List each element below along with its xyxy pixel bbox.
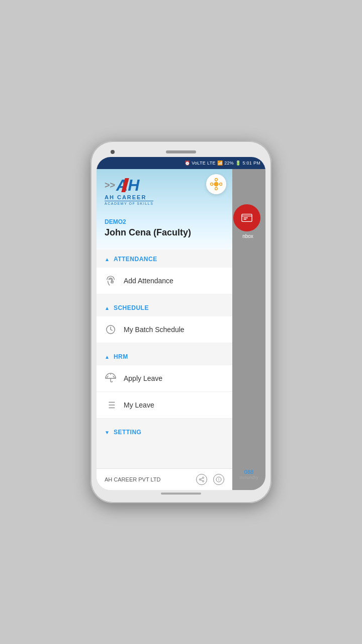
sidebar-item-my-leave[interactable]: My Leave (97, 392, 232, 419)
phone-camera (111, 150, 115, 154)
battery-text: 22% (224, 160, 234, 166)
svg-point-18 (200, 479, 201, 480)
svg-point-17 (203, 477, 204, 478)
user-branch: DEMO2 (105, 218, 224, 225)
setting-section: ▼ SETTING (97, 423, 232, 441)
screen-content: >> AH AH CAREER ACADEMY OF SKILLS (97, 169, 265, 490)
main-content-overlay[interactable]: nbox 088 mmundry (232, 169, 265, 490)
sidebar-spacer (97, 441, 232, 468)
my-batch-schedule-label: My Batch Schedule (124, 326, 185, 334)
status-bar: ⏰ VoLTE LTE 📶 22% 🔋 5:01 PM (97, 157, 265, 169)
phone-bottom-bar (97, 490, 265, 497)
umbrella-icon (105, 372, 117, 384)
sidebar-item-apply-leave[interactable]: Apply Leave (97, 365, 232, 392)
fingerprint-icon (105, 275, 117, 287)
apply-leave-label: Apply Leave (124, 374, 162, 382)
schedule-section: ▲ SCHEDULE (97, 298, 232, 316)
add-attendance-label: Add Attendance (124, 277, 173, 285)
svg-point-1 (215, 179, 218, 181)
logo-box: >> AH AH CAREER ACADEMY OF SKILLS (105, 177, 155, 212)
svg-point-0 (214, 182, 218, 186)
hrm-divider (97, 343, 232, 347)
inbox-fab-button[interactable] (233, 204, 260, 231)
setting-divider (97, 419, 232, 423)
inbox-fab-container[interactable]: nbox (233, 204, 262, 239)
user-name: John Cena (Faculty) (105, 227, 224, 238)
company-name: AH CAREER PVT LTD (105, 476, 160, 482)
sidebar-item-my-batch-schedule[interactable]: My Batch Schedule (97, 316, 232, 343)
contact-sub: mmundry (239, 475, 258, 480)
contact-number: 088 (239, 469, 258, 475)
logo-career-text: AH CAREER (105, 194, 146, 200)
contact-area: 088 mmundry (239, 368, 258, 480)
svg-line-21 (201, 478, 202, 479)
logo-ah-wrapper: AH (116, 177, 139, 193)
hrm-section-header[interactable]: ▲ HRM (97, 347, 232, 365)
sidebar-drawer: >> AH AH CAREER ACADEMY OF SKILLS (97, 169, 232, 490)
share-icon[interactable] (196, 474, 207, 485)
schedule-chevron-icon: ▲ (105, 305, 110, 311)
svg-line-20 (201, 480, 202, 481)
lte-label: LTE (207, 160, 216, 166)
schedule-section-header[interactable]: ▲ SCHEDULE (97, 298, 232, 316)
volte-label: VoLTE (192, 160, 206, 166)
hrm-section-title: HRM (114, 353, 128, 360)
network-icon (210, 178, 223, 191)
sidebar-footer: AH CAREER PVT LTD (97, 468, 232, 490)
hrm-section: ▲ HRM (97, 347, 232, 365)
svg-point-19 (203, 480, 204, 482)
network-icon-container (206, 174, 226, 194)
setting-section-title: SETTING (114, 429, 142, 436)
phone-top-bar (97, 147, 265, 157)
list-icon (105, 399, 117, 411)
alarm-icon: ⏰ (185, 160, 190, 166)
sidebar-item-add-attendance[interactable]: Add Attendance (97, 268, 232, 294)
info-icon[interactable] (213, 474, 224, 485)
phone-speaker (166, 150, 196, 153)
battery-icon: 🔋 (235, 160, 241, 166)
schedule-divider (97, 294, 232, 298)
setting-section-header[interactable]: ▼ SETTING (97, 423, 232, 441)
setting-chevron-icon: ▼ (105, 430, 110, 435)
attendance-chevron-icon: ▲ (105, 257, 110, 262)
sidebar-header: >> AH AH CAREER ACADEMY OF SKILLS (97, 169, 232, 250)
phone-screen: ⏰ VoLTE LTE 📶 22% 🔋 5:01 PM >> (97, 157, 265, 490)
logo-academy-text: ACADEMY OF SKILLS (105, 201, 153, 205)
status-icons: ⏰ VoLTE LTE 📶 22% 🔋 5:01 PM (185, 160, 260, 166)
clock-icon (105, 324, 117, 336)
logo-arrow: >> (105, 181, 115, 190)
attendance-section-title: ATTENDANCE (114, 256, 157, 263)
logo-ah: >> AH (105, 177, 139, 193)
svg-point-2 (211, 183, 213, 186)
time-display: 5:01 PM (242, 160, 260, 166)
my-leave-label: My Leave (124, 401, 154, 409)
signal-icon: 📶 (217, 160, 223, 166)
home-indicator (161, 493, 201, 495)
footer-icons (196, 474, 224, 485)
schedule-section-title: SCHEDULE (114, 304, 149, 311)
inbox-label: nbox (242, 233, 253, 239)
phone-frame: ⏰ VoLTE LTE 📶 22% 🔋 5:01 PM >> (90, 141, 272, 503)
inbox-fab-icon (241, 213, 252, 222)
attendance-section: ▲ ATTENDANCE (97, 250, 232, 268)
svg-point-4 (215, 188, 218, 190)
attendance-section-header[interactable]: ▲ ATTENDANCE (97, 250, 232, 268)
hrm-chevron-icon: ▲ (105, 354, 110, 360)
svg-point-3 (220, 183, 222, 186)
